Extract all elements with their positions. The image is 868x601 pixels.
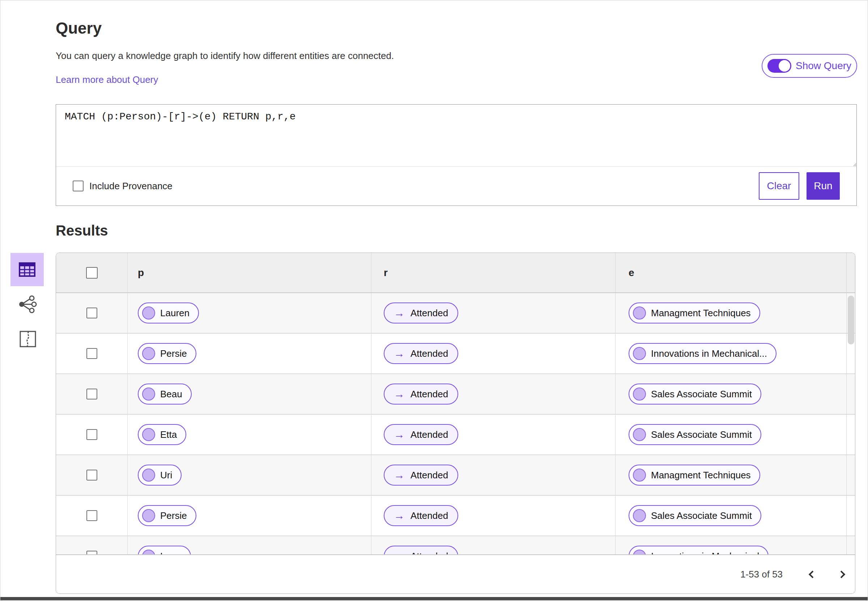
row-checkbox[interactable] [87, 510, 97, 521]
relation-pill[interactable]: →Attended [384, 546, 458, 555]
entity-label: Uri [160, 470, 172, 481]
relation-pill[interactable]: →Attended [384, 384, 458, 404]
table-header-row: p r e [56, 253, 855, 293]
relation-label: Attended [411, 429, 448, 440]
entity-label: Lauren [160, 308, 189, 319]
toggle-on-icon[interactable] [767, 59, 791, 73]
toggle-knob [779, 60, 790, 72]
table-row: Uri →Attended Managment Techniques [56, 455, 855, 496]
run-button[interactable]: Run [807, 172, 840, 200]
relation-label: Attended [411, 389, 448, 400]
entity-label: Persie [160, 348, 187, 359]
relation-pill[interactable]: →Attended [384, 505, 458, 526]
select-all-checkbox[interactable] [86, 267, 97, 279]
table-row: Etta →Attended Sales Associate Summit [56, 415, 855, 455]
previous-page-button[interactable] [804, 566, 820, 582]
results-title: Results [56, 223, 108, 239]
entity-pill[interactable]: Etta [138, 424, 186, 445]
entity-label: Managment Techniques [651, 308, 751, 319]
view-graph-button[interactable] [17, 294, 37, 314]
pagination-bar: 1-53 of 53 [56, 554, 855, 593]
relation-pill[interactable]: →Attended [384, 343, 458, 364]
relation-label: Attended [411, 470, 448, 481]
arrow-right-icon: → [394, 429, 405, 440]
entity-pill[interactable]: Persie [138, 343, 196, 364]
table-scrollbar-thumb[interactable] [848, 296, 854, 345]
table-row: Persie →Attended Innovations in Mechanic… [56, 334, 855, 374]
entity-pill[interactable]: Larry [138, 546, 191, 555]
arrow-right-icon: → [394, 470, 405, 480]
table-row: Lauren →Attended Managment Techniques [56, 293, 855, 334]
table-body: Lauren →Attended Managment Techniques Pe… [56, 293, 855, 555]
relation-pill[interactable]: →Attended [384, 424, 458, 445]
relation-label: Attended [411, 348, 448, 359]
map-view-icon [19, 330, 37, 348]
next-page-button[interactable] [833, 566, 849, 582]
entity-dot-icon [633, 468, 646, 482]
learn-more-link[interactable]: Learn more about Query [56, 74, 158, 85]
entity-pill[interactable]: Sales Associate Summit [629, 505, 761, 526]
relation-label: Attended [411, 510, 448, 522]
entity-pill[interactable]: Managment Techniques [629, 302, 760, 323]
include-provenance-label: Include Provenance [89, 180, 172, 192]
entity-label: Etta [160, 429, 177, 440]
horizontal-scrollbar[interactable] [0, 597, 868, 600]
column-header-p: p [138, 267, 144, 279]
entity-label: Managment Techniques [651, 470, 751, 481]
query-panel: MATCH (p:Person)-[r]->(e) RETURN p,r,e I… [56, 104, 857, 206]
entity-label: Sales Associate Summit [651, 429, 752, 440]
entity-pill[interactable]: Innovations in Mechanical [629, 546, 769, 555]
table-row: Persie →Attended Sales Associate Summit [56, 496, 855, 536]
entity-label: Sales Associate Summit [651, 389, 752, 400]
relation-label: Attended [411, 308, 448, 319]
row-checkbox[interactable] [87, 470, 97, 480]
query-page: Query You can query a knowledge graph to… [0, 0, 868, 601]
column-header-e: e [629, 267, 634, 279]
entity-pill[interactable]: Sales Associate Summit [629, 424, 761, 445]
entity-dot-icon [142, 347, 155, 360]
arrow-right-icon: → [394, 308, 405, 319]
entity-pill[interactable]: Managment Techniques [629, 465, 760, 485]
view-map-button[interactable] [18, 329, 38, 349]
entity-dot-icon [142, 468, 155, 482]
entity-pill[interactable]: Persie [138, 505, 196, 526]
show-query-toggle[interactable]: Show Query [762, 54, 857, 78]
entity-pill[interactable]: Beau [138, 384, 192, 404]
entity-pill[interactable]: Uri [138, 465, 181, 485]
entity-pill[interactable]: Innovations in Mechanical... [629, 343, 777, 364]
entity-dot-icon [142, 428, 155, 441]
pagination-range-label: 1-53 of 53 [740, 569, 783, 580]
entity-dot-icon [633, 428, 646, 441]
row-checkbox[interactable] [87, 429, 97, 440]
clear-button[interactable]: Clear [759, 172, 799, 200]
relation-pill[interactable]: →Attended [384, 302, 458, 323]
row-checkbox[interactable] [87, 348, 97, 359]
entity-dot-icon [633, 509, 646, 522]
entity-label: Persie [160, 510, 187, 522]
query-input[interactable]: MATCH (p:Person)-[r]->(e) RETURN p,r,e [56, 105, 856, 167]
entity-pill[interactable]: Lauren [138, 302, 199, 323]
arrow-right-icon: → [394, 389, 405, 400]
entity-label: Sales Associate Summit [651, 510, 752, 522]
entity-dot-icon [633, 307, 646, 319]
row-checkbox[interactable] [87, 308, 97, 319]
column-header-r: r [384, 267, 388, 279]
row-checkbox[interactable] [87, 389, 97, 400]
table-scrollbar-track [846, 253, 847, 555]
include-provenance-checkbox[interactable] [73, 180, 84, 191]
entity-pill[interactable]: Sales Associate Summit [629, 384, 761, 404]
page-title: Query [56, 19, 102, 37]
entity-dot-icon [633, 387, 646, 401]
entity-dot-icon [142, 307, 155, 319]
query-panel-footer: Include Provenance Clear Run [56, 167, 856, 205]
arrow-right-icon: → [394, 510, 405, 521]
view-table-button[interactable] [11, 253, 44, 286]
graph-view-icon [17, 295, 37, 313]
chevron-right-icon [837, 570, 845, 578]
entity-label: Innovations in Mechanical... [651, 348, 767, 359]
entity-dot-icon [142, 509, 155, 522]
table-row: Beau →Attended Sales Associate Summit [56, 374, 855, 415]
page-description: You can query a knowledge graph to ident… [56, 50, 394, 61]
relation-pill[interactable]: →Attended [384, 465, 458, 485]
table-view-icon [18, 262, 36, 277]
